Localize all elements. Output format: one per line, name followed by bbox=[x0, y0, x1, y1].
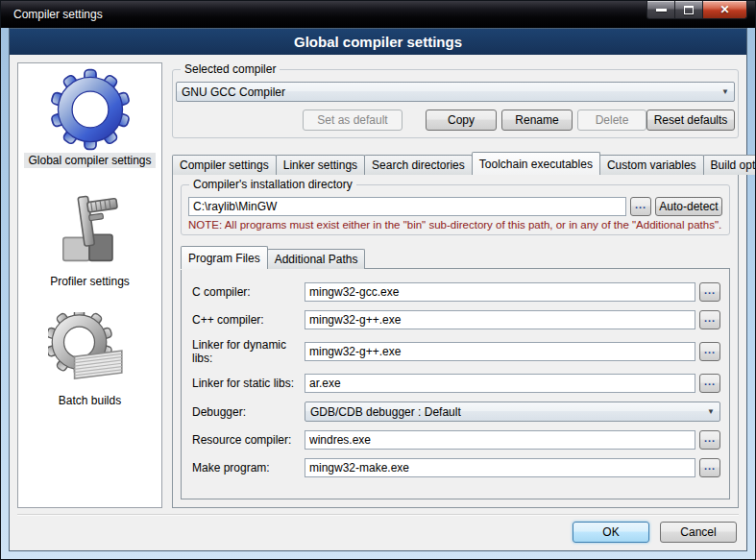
installation-note: NOTE: All programs must exist either in … bbox=[188, 219, 722, 231]
compiler-buttons-row: Set as default Copy Rename Delete Reset … bbox=[176, 110, 735, 131]
set-as-default-button[interactable]: Set as default bbox=[303, 110, 402, 131]
field-row-c-compiler: C compiler: ... bbox=[192, 282, 720, 302]
blue-gear-icon bbox=[49, 68, 132, 151]
tab-toolchain-executables[interactable]: Toolchain executables bbox=[472, 152, 600, 175]
field-label: Linker for static libs: bbox=[192, 377, 305, 390]
close-icon: ✕ bbox=[719, 4, 729, 15]
delete-button[interactable]: Delete bbox=[577, 110, 646, 131]
browse-path-button[interactable]: ... bbox=[630, 197, 651, 216]
titlebar: Compiler settings ✕ bbox=[1, 1, 755, 28]
tab-additional-paths[interactable]: Additional Paths bbox=[267, 249, 366, 269]
copy-button[interactable]: Copy bbox=[426, 110, 497, 131]
field-row-make-program: Make program: ... bbox=[192, 458, 720, 477]
maximize-button[interactable] bbox=[675, 1, 703, 19]
settings-tabstrip: Compiler settings Linker settings Search… bbox=[172, 152, 739, 175]
field-label: Resource compiler: bbox=[192, 433, 305, 447]
field-row-linker-dynamic: Linker for dynamic libs: ... bbox=[192, 338, 720, 365]
dialog-client: Global compiler settings bbox=[9, 28, 747, 551]
browse-cpp-compiler-button[interactable]: ... bbox=[699, 310, 720, 329]
linker-static-input[interactable] bbox=[305, 374, 695, 393]
auto-detect-button[interactable]: Auto-detect bbox=[655, 197, 722, 216]
cancel-button[interactable]: Cancel bbox=[660, 522, 737, 543]
browse-resource-compiler-button[interactable]: ... bbox=[699, 430, 720, 450]
selected-compiler-group: Selected compiler GNU GCC Compiler ▼ Set… bbox=[172, 69, 739, 138]
toolchain-executables-panel: Compiler's installation directory ... Au… bbox=[172, 174, 739, 508]
cpp-compiler-input[interactable] bbox=[305, 310, 695, 329]
caliper-icon bbox=[51, 191, 128, 272]
resource-compiler-input[interactable] bbox=[305, 430, 695, 450]
field-label: Linker for dynamic libs: bbox=[192, 338, 305, 365]
group-legend: Compiler's installation directory bbox=[189, 178, 356, 191]
browse-linker-static-button[interactable]: ... bbox=[699, 374, 720, 393]
sidebar-item-batch-builds[interactable]: Batch builds bbox=[48, 312, 133, 408]
field-label: C++ compiler: bbox=[192, 313, 305, 327]
program-files-tabstrip: Program Files Additional Paths bbox=[181, 247, 730, 269]
sidebar-item-label: Global compiler settings bbox=[24, 153, 155, 168]
sidebar-item-label: Profiler settings bbox=[46, 274, 134, 289]
sidebar-item-label: Batch builds bbox=[55, 393, 125, 408]
sidebar-item-global-compiler-settings[interactable]: Global compiler settings bbox=[24, 68, 155, 168]
field-label: Make program: bbox=[192, 461, 305, 475]
installation-directory-group: Compiler's installation directory ... Au… bbox=[181, 184, 730, 235]
field-row-linker-static: Linker for static libs: ... bbox=[192, 374, 720, 393]
close-button[interactable]: ✕ bbox=[703, 1, 747, 19]
field-label: C compiler: bbox=[192, 285, 305, 299]
field-row-debugger: Debugger: GDB/CDB debugger : Default ▼ bbox=[192, 402, 720, 422]
minimize-icon bbox=[656, 9, 667, 12]
page-title: Global compiler settings bbox=[10, 29, 746, 55]
tab-custom-variables[interactable]: Custom variables bbox=[599, 155, 704, 175]
main-panel: Selected compiler GNU GCC Compiler ▼ Set… bbox=[172, 62, 739, 508]
content: Global compiler settings Profiler set bbox=[10, 55, 746, 508]
field-label: Debugger: bbox=[192, 405, 305, 419]
rename-button[interactable]: Rename bbox=[501, 110, 573, 131]
dialog-footer: OK Cancel bbox=[17, 514, 739, 550]
ok-button[interactable]: OK bbox=[573, 522, 649, 543]
reset-defaults-button[interactable]: Reset defaults bbox=[646, 110, 735, 131]
field-row-cpp-compiler: C++ compiler: ... bbox=[192, 310, 720, 329]
linker-dynamic-input[interactable] bbox=[305, 342, 695, 361]
compiler-select[interactable]: GNU GCC Compiler ▼ bbox=[176, 82, 735, 102]
minimize-button[interactable] bbox=[646, 1, 675, 19]
chevron-down-icon: ▼ bbox=[702, 407, 719, 416]
installation-path-input[interactable] bbox=[188, 197, 626, 216]
gray-gear-stack-icon bbox=[48, 312, 133, 391]
installation-path-row: ... Auto-detect bbox=[188, 197, 722, 216]
browse-make-program-button[interactable]: ... bbox=[699, 458, 720, 477]
debugger-select[interactable]: GDB/CDB debugger : Default ▼ bbox=[305, 402, 720, 422]
window-controls: ✕ bbox=[646, 1, 747, 19]
field-row-resource-compiler: Resource compiler: ... bbox=[192, 430, 720, 450]
chevron-down-icon: ▼ bbox=[717, 87, 734, 96]
tab-linker-settings[interactable]: Linker settings bbox=[276, 155, 365, 175]
tab-program-files[interactable]: Program Files bbox=[181, 246, 268, 269]
tab-compiler-settings[interactable]: Compiler settings bbox=[172, 155, 277, 175]
c-compiler-input[interactable] bbox=[305, 282, 695, 302]
make-program-input[interactable] bbox=[305, 458, 695, 477]
compiler-select-value: GNU GCC Compiler bbox=[182, 85, 717, 99]
tab-build-options[interactable]: Build options bbox=[703, 155, 756, 175]
compiler-settings-window: Compiler settings ✕ Global compiler sett… bbox=[0, 0, 756, 560]
tab-search-directories[interactable]: Search directories bbox=[364, 155, 473, 175]
group-legend: Selected compiler bbox=[181, 62, 280, 76]
browse-linker-dynamic-button[interactable]: ... bbox=[699, 342, 720, 361]
settings-sidebar: Global compiler settings Profiler set bbox=[17, 62, 162, 508]
program-files-panel: C compiler: ... C++ compiler: ... Linker… bbox=[181, 268, 730, 499]
debugger-select-value: GDB/CDB debugger : Default bbox=[310, 405, 702, 419]
maximize-icon bbox=[684, 6, 694, 14]
sidebar-item-profiler-settings[interactable]: Profiler settings bbox=[46, 191, 134, 289]
browse-c-compiler-button[interactable]: ... bbox=[699, 282, 720, 302]
window-title: Compiler settings bbox=[13, 8, 103, 21]
